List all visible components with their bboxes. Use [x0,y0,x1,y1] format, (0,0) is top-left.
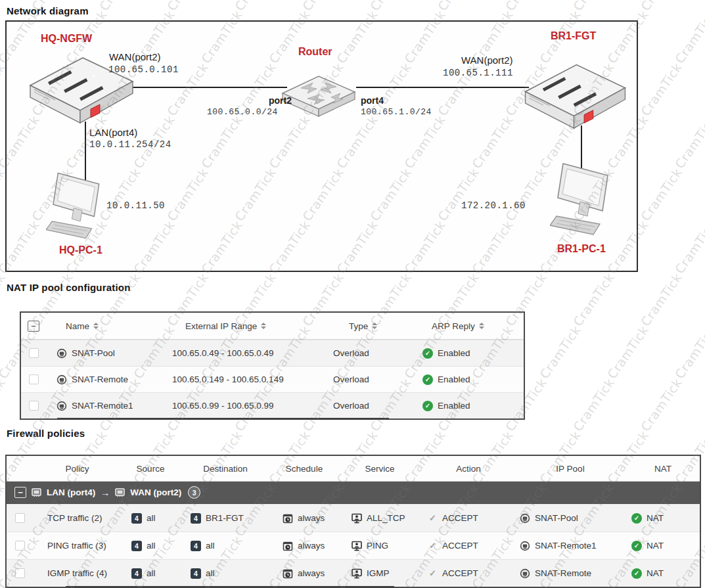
hq-pc-ip: 10.0.11.50 [106,200,165,211]
watermark-text: CramTick [638,271,685,329]
arrow-right-icon: → [101,487,110,498]
ipv4-address-icon: 4 [191,568,201,579]
router-icon [279,67,359,120]
group-from-interface: LAN (port4) [47,487,95,497]
watermark-text: CramTick [232,0,279,13]
pool-name: SNAT-Pool [72,348,115,358]
br1-fw-label: BR1-FGT [551,30,596,42]
nat-col-range[interactable]: External IP Range [171,321,332,331]
enabled-check-icon: ✓ [422,348,433,359]
watermark-text: CramTick [97,0,143,13]
fw-col-destination-label: Destination [203,464,248,474]
nat-pool-row[interactable]: SNAT-Pool 100.65.0.49 - 100.65.0.49 Over… [21,340,524,366]
watermark-text: CramTick [672,113,705,171]
nat-col-type-label: Type [349,321,368,331]
br1-pc-ip: 172.20.1.60 [461,200,526,211]
fw-col-ippool[interactable]: IP Pool [514,464,626,474]
policy-action: ACCEPT [442,541,478,551]
enabled-check-icon: ✓ [422,401,433,411]
policy-ip-pool: SNAT-Pool [535,513,578,523]
pool-external-range: 100.65.0.49 - 100.65.0.49 [172,348,274,358]
schedule-clock-icon [283,568,293,579]
policy-group-header[interactable]: − LAN (port4) → WAN (port2) 3 [7,482,700,504]
row-checkbox[interactable] [29,374,39,384]
fw-col-source[interactable]: Source [122,464,179,474]
watermark-text: CramTick [638,166,685,224]
nat-pool-title: NAT IP pool configuration [7,282,131,293]
policy-row[interactable]: IGMP traffic (4) 4 all 4 all always IGMP [7,559,700,587]
fw-col-policy[interactable]: Policy [33,464,122,474]
br1-pc-label: BR1-PC-1 [557,243,606,255]
screenshot-root: Network diagram HQ-NGFW WAN(port2) 100.6… [0,0,705,588]
watermark-text: CramTick [570,271,617,329]
policy-ip-pool: SNAT-Remote [535,568,591,578]
watermark-text: CramTick [638,60,685,119]
policy-row[interactable]: PING traffic (3) 4 all 4 all always PING [7,531,700,559]
watermark-text: CramTick [435,0,482,13]
row-checkbox[interactable] [15,541,25,551]
sort-icon [261,323,266,329]
policy-name: TCP traffic (2) [47,513,102,523]
schedule-clock-icon [283,541,293,551]
row-checkbox[interactable] [29,348,39,358]
row-checkbox[interactable] [15,513,25,523]
ip-pool-icon [520,541,530,551]
fw-col-service-label: Service [365,464,394,474]
policy-row[interactable]: TCP traffic (2) 4 all 4 BR1-FGT always A… [7,504,700,531]
hq-lan-ip: 10.0.11.254/24 [89,139,171,150]
arp-reply-status: Enabled [438,374,470,384]
router-label: Router [298,46,332,58]
nat-col-type[interactable]: Type [332,321,417,331]
ipv4-address-icon: 4 [191,513,201,524]
policy-nat: NAT [647,541,664,551]
fw-col-service[interactable]: Service [337,464,422,474]
fw-col-nat-label: NAT [654,464,671,474]
network-diagram-canvas: HQ-NGFW WAN(port2) 100.65.0.101 LAN(port… [5,20,638,272]
policy-destination: all [206,541,215,551]
watermark-text: CramTick [638,0,685,13]
fw-col-schedule[interactable]: Schedule [271,464,337,474]
sort-icon [479,323,484,329]
ip-pool-icon [57,401,67,411]
fw-col-action[interactable]: Action [422,464,514,474]
firewall-policies-title: Firewall policies [7,428,85,439]
nat-pool-row[interactable]: SNAT-Remote 100.65.0.149 - 100.65.0.149 … [21,366,524,392]
fw-col-nat[interactable]: NAT [626,464,700,474]
pool-name: SNAT-Remote1 [72,401,133,411]
policy-schedule: always [298,513,325,523]
row-checkbox[interactable] [29,401,39,411]
nat-check-icon: ✓ [631,568,642,579]
group-to-interface: WAN (port2) [130,487,181,497]
fw-col-source-label: Source [137,464,165,474]
hq-lan-label: LAN(port4) [89,127,137,138]
nat-pool-row[interactable]: SNAT-Remote1 100.65.0.99 - 100.65.0.99 O… [21,392,524,418]
fw-col-destination[interactable]: Destination [179,464,271,474]
group-collapse-icon[interactable]: − [14,487,26,498]
pool-type: Overload [333,401,369,411]
router-port4-label: port4 [361,95,384,106]
row-checkbox[interactable] [15,568,25,578]
watermark-text: CramTick [367,0,414,13]
ipv4-address-icon: 4 [131,513,142,524]
fw-col-ippool-label: IP Pool [556,464,584,474]
pool-name: SNAT-Remote [72,374,128,384]
nat-pool-table: − Name External IP Range Type ARP Reply [20,311,525,420]
br1-pc-icon [550,160,629,238]
policy-name: IGMP traffic (4) [47,568,107,578]
enabled-check-icon: ✓ [422,374,433,385]
service-icon [352,541,362,551]
policy-schedule: always [298,541,325,551]
nat-col-arp[interactable]: ARP Reply [417,321,524,331]
br1-wan-ip: 100.65.1.111 [443,68,513,78]
watermark-text: CramTick [570,0,617,13]
sort-icon [372,323,377,329]
hq-pc-label: HQ-PC-1 [59,244,102,256]
hq-wan-ip: 100.65.0.101 [108,64,179,75]
policy-destination: all [206,568,215,578]
nat-col-name[interactable]: Name [46,321,171,331]
watermark-text: CramTick [164,0,211,13]
ipv4-address-icon: 4 [131,568,142,579]
policy-action: ACCEPT [442,513,478,523]
link-router-br1fw [356,87,529,88]
collapse-all-icon[interactable]: − [28,321,39,332]
